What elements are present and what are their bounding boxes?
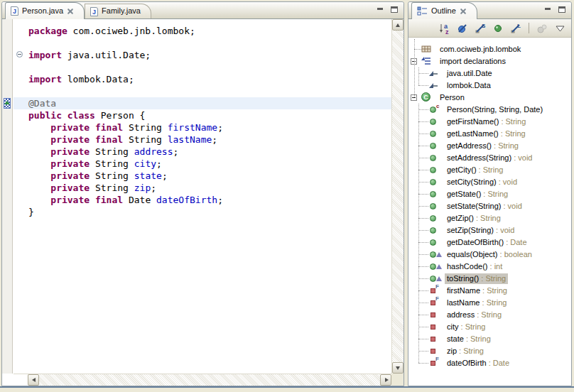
hide-local-types-icon[interactable]: L (509, 22, 522, 35)
code-line[interactable]: private String state; (13, 170, 391, 182)
local-letter: L (517, 23, 521, 29)
outline-item[interactable]: getDateOfBirth() : Date (408, 236, 571, 249)
view-menu-icon[interactable] (553, 22, 566, 35)
code-line[interactable]: private String city; (13, 158, 391, 170)
code-text-area[interactable]: package com.ociweb.jnb.lombok;import jav… (13, 19, 391, 374)
outline-item[interactable]: cPerson(String, String, Date) (408, 104, 571, 116)
toolbar-separator (529, 23, 529, 33)
method-ball (430, 107, 436, 113)
hide-non-public-icon[interactable] (492, 22, 504, 35)
maximize-icon[interactable] (558, 6, 566, 13)
maximize-icon[interactable] (391, 6, 399, 13)
code-token: String (90, 183, 134, 193)
code-line[interactable]: private final Date dateOfBirth; (13, 194, 391, 206)
tab-outline[interactable]: Outline (411, 2, 477, 19)
outline-item[interactable]: CPerson (408, 92, 571, 104)
scroll-down-icon[interactable] (392, 362, 404, 374)
scrollbar-spacer (13, 374, 28, 386)
code-line[interactable]: } (13, 206, 391, 218)
editor-gutter[interactable] (2, 19, 13, 374)
gutter-marker-icon[interactable] (4, 98, 11, 109)
sort-icon[interactable]: az (438, 22, 451, 35)
outline-item[interactable]: FfirstName : String (408, 285, 571, 297)
outline-item[interactable]: lombok.Data (408, 80, 571, 92)
code-line[interactable]: package com.ociweb.jnb.lombok; (13, 25, 391, 37)
code-line[interactable]: private String zip; (13, 182, 391, 194)
code-line[interactable] (13, 61, 391, 73)
outline-item[interactable]: getFirstName() : String (408, 116, 571, 128)
outline-item-text: hashCode() : int (445, 261, 504, 272)
code-token: public (28, 110, 62, 121)
outline-item-type: : String (499, 117, 526, 126)
outline-item-type: : Date (487, 359, 509, 367)
field-icon: F (428, 357, 439, 369)
code-line[interactable]: public class Person { (13, 109, 391, 121)
outline-item[interactable]: setCity(String) : void (408, 176, 571, 188)
scroll-left-icon[interactable] (28, 374, 39, 386)
outline-item[interactable]: address : String (408, 309, 571, 321)
close-tab-icon[interactable] (67, 8, 74, 15)
minimize-icon[interactable] (544, 6, 552, 13)
outline-item[interactable]: FlastName : String (408, 297, 571, 309)
outline-item-label: lombok.Data (447, 81, 491, 89)
code-line[interactable] (13, 85, 391, 97)
code-token: com.ociweb.jnb.lombok; (67, 26, 195, 36)
outline-item-text: dateOfBirth : Date (445, 358, 511, 369)
code-token (28, 158, 50, 169)
outline-item[interactable]: getZip() : String (408, 212, 571, 224)
horizontal-scrollbar[interactable] (13, 374, 391, 386)
code-token: String (123, 122, 168, 133)
outline-item[interactable]: city : String (408, 321, 571, 333)
minimize-icon[interactable] (377, 6, 384, 13)
code-line[interactable]: @Data (13, 97, 391, 109)
code-token: package (28, 26, 67, 36)
package-icon (421, 43, 432, 55)
hide-fields-icon[interactable] (456, 22, 469, 35)
outline-item[interactable]: getLastName() : String (408, 128, 571, 140)
outline-item[interactable]: getState() : String (408, 188, 571, 200)
code-line[interactable]: import java.util.Date; (13, 49, 391, 61)
outline-item-text: zip : String (445, 346, 486, 356)
scroll-up-icon[interactable] (392, 19, 404, 31)
outline-item[interactable]: state : String (408, 333, 571, 345)
import-icon (428, 80, 439, 91)
code-line[interactable]: import lombok.Data; (13, 73, 391, 85)
outline-item[interactable]: setZip(String) : void (408, 224, 571, 236)
outline-item[interactable]: setAddress(String) : void (408, 152, 571, 164)
outline-item[interactable]: getCity() : String (408, 164, 571, 176)
code-line[interactable]: private final String lastName; (13, 134, 391, 146)
outline-item[interactable]: com.ociweb.jnb.lombok (408, 43, 571, 55)
outline-item[interactable]: getAddress() : String (408, 140, 571, 152)
outline-item[interactable]: java.util.Date (408, 67, 571, 80)
code-line[interactable]: private String address; (13, 146, 391, 158)
tab-person-java[interactable]: J Person.java (5, 2, 85, 19)
outline-item-label: firstName (447, 286, 480, 295)
outline-item-type: : String (492, 141, 519, 150)
hide-static-icon[interactable]: S (474, 22, 487, 35)
code-token: ; (212, 134, 217, 145)
outline-item[interactable]: equals(Object) : boolean (408, 249, 571, 261)
outline-item[interactable]: FdateOfBirth : Date (408, 357, 571, 369)
outline-item[interactable]: setState(String) : void (408, 200, 571, 212)
outline-item-type: : String (480, 298, 507, 307)
code-token: address (134, 146, 173, 157)
code-line[interactable]: private final String firstName; (13, 121, 391, 134)
code-line[interactable] (13, 37, 391, 49)
vertical-scrollbar[interactable] (391, 19, 404, 374)
fold-collapse-icon[interactable] (16, 51, 23, 58)
outline-item-text: setAddress(String) : void (445, 153, 534, 163)
outline-item[interactable]: toString() : String (408, 273, 571, 285)
tab-label: Outline (431, 6, 456, 15)
close-view-icon[interactable] (460, 8, 467, 15)
outline-item[interactable]: zip : String (408, 345, 571, 357)
tab-family-java[interactable]: J Family.java (85, 4, 151, 18)
method-icon (428, 164, 439, 175)
method-ball (430, 131, 436, 137)
outline-item[interactable]: hashCode() : int (408, 261, 571, 273)
outline-item[interactable]: import declarations (408, 55, 571, 67)
code-token: private (50, 122, 90, 133)
scroll-right-icon[interactable] (380, 374, 391, 386)
code-token: firstName (168, 122, 217, 133)
outline-item-label: zip (447, 347, 457, 355)
outline-item-text: lombok.Data (445, 80, 493, 91)
